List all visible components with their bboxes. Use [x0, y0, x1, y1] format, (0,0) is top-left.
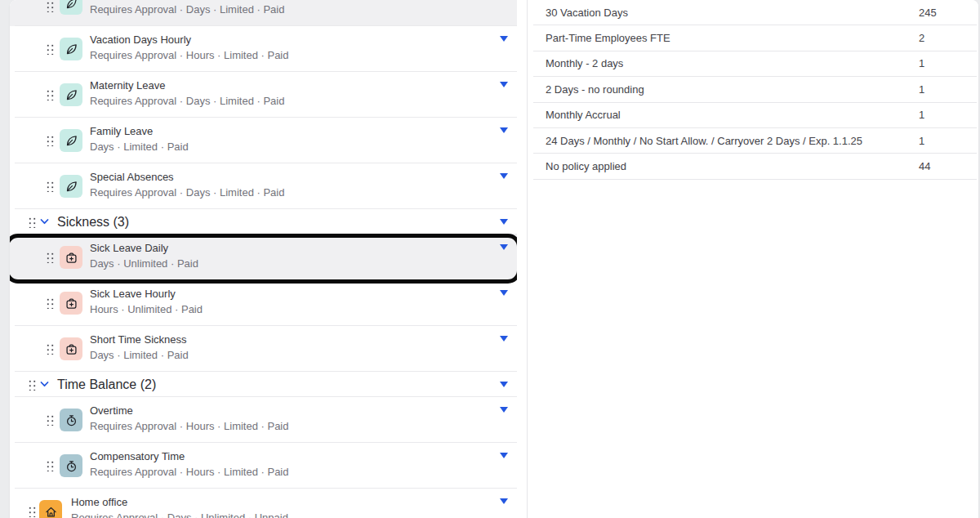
- policy-row[interactable]: 30 Vacation Days 245: [533, 0, 977, 25]
- leaf-icon: [60, 38, 82, 60]
- absence-row-vacation-days[interactable]: Vacation days Requires Approval · Days ·…: [10, 0, 517, 26]
- absence-attributes: Requires Approval · Days · Limited · Pai…: [90, 95, 284, 108]
- policy-name: 24 Days / Monthly / No Start Allow. / Ca…: [533, 135, 862, 147]
- policy-employee-count: 1: [919, 135, 924, 147]
- policy-row[interactable]: Part-Time Employees FTE 2: [533, 25, 977, 51]
- dropdown-arrow-icon[interactable]: [500, 219, 508, 225]
- absence-attributes: Days · Limited · Paid: [90, 141, 189, 154]
- drag-handle-icon[interactable]: [27, 505, 36, 517]
- drag-handle-icon[interactable]: [45, 251, 54, 263]
- drag-handle-icon[interactable]: [45, 413, 54, 426]
- first-aid-icon: [60, 337, 82, 360]
- absence-row-family-leave[interactable]: Family Leave Days · Limited · Paid: [10, 118, 517, 163]
- absence-row-sick-leave-hourly[interactable]: Sick Leave Hourly Hours · Unlimited · Pa…: [10, 280, 517, 326]
- stopwatch-icon: [60, 454, 82, 477]
- drag-handle-icon[interactable]: [45, 297, 54, 309]
- dropdown-arrow-icon[interactable]: [500, 336, 508, 342]
- absence-attributes: Days · Unlimited · Paid: [90, 257, 198, 270]
- dropdown-arrow-icon[interactable]: [500, 36, 508, 42]
- policy-employee-count: 44: [919, 160, 930, 172]
- absence-title: Short Time Sickness: [90, 333, 189, 346]
- policy-employee-count: 245: [919, 7, 937, 19]
- first-aid-icon: [60, 292, 82, 315]
- absence-settings-card: Vacation days Requires Approval · Days ·…: [10, 0, 978, 518]
- drag-handle-icon[interactable]: [45, 88, 54, 100]
- drag-handle-icon[interactable]: [45, 0, 54, 12]
- absence-attributes: Days · Limited · Paid: [90, 349, 189, 362]
- absence-attributes: Requires Approval · Hours · Limited · Pa…: [90, 420, 289, 433]
- dropdown-arrow-icon[interactable]: [500, 244, 508, 250]
- section-header-time-balance[interactable]: Time Balance (2): [10, 372, 517, 397]
- absence-title: Vacation Days Hourly: [90, 33, 289, 47]
- dropdown-arrow-icon[interactable]: [500, 407, 508, 413]
- absence-attributes: Hours · Unlimited · Paid: [90, 303, 203, 316]
- absence-row-vacation-days-hourly[interactable]: Vacation Days Hourly Requires Approval ·…: [10, 26, 517, 72]
- drag-handle-icon[interactable]: [45, 459, 54, 471]
- policy-row[interactable]: 2 Days - no rounding 1: [533, 77, 977, 102]
- policy-employee-count: 2: [919, 32, 924, 44]
- leaf-icon: [60, 0, 82, 15]
- absence-attributes: Requires Approval · Hours · Limited · Pa…: [90, 49, 289, 62]
- house-icon: [39, 500, 62, 518]
- section-title: Sickness (3): [57, 213, 129, 230]
- absence-row-overtime[interactable]: Overtime Requires Approval · Hours · Lim…: [10, 397, 517, 443]
- policy-name: Monthly - 2 days: [533, 57, 623, 69]
- policy-row[interactable]: No policy applied 44: [533, 154, 977, 179]
- chevron-down-icon[interactable]: [39, 379, 50, 390]
- drag-handle-icon[interactable]: [45, 42, 54, 55]
- dropdown-arrow-icon[interactable]: [500, 382, 508, 387]
- leaf-icon: [60, 83, 82, 106]
- dropdown-arrow-icon[interactable]: [500, 82, 508, 87]
- policy-name: Monthly Accrual: [533, 109, 621, 121]
- absence-title: Vacation days: [90, 0, 284, 1]
- policy-name: No policy applied: [533, 160, 626, 172]
- accrual-policy-table: 30 Vacation Days 245 Part-Time Employees…: [528, 0, 978, 518]
- leaf-icon: [60, 129, 82, 152]
- absence-attributes: Requires Approval · Hours · Limited · Pa…: [90, 466, 289, 479]
- leaf-icon: [60, 175, 82, 198]
- policy-row[interactable]: Monthly Accrual 1: [533, 103, 977, 128]
- absence-row-sick-leave-daily[interactable]: Sick Leave Daily Days · Unlimited · Paid: [10, 234, 517, 280]
- section-title: Time Balance (2): [57, 376, 156, 393]
- drag-handle-icon[interactable]: [45, 134, 54, 146]
- absence-row-short-time-sickness[interactable]: Short Time Sickness Days · Limited · Pai…: [10, 326, 517, 372]
- policy-row[interactable]: 24 Days / Monthly / No Start Allow. / Ca…: [533, 128, 977, 154]
- absence-title: Overtime: [90, 404, 289, 418]
- section-header-sickness[interactable]: Sickness (3): [10, 209, 517, 234]
- absence-title: Special Absences: [90, 171, 284, 184]
- absence-type-list: Vacation days Requires Approval · Days ·…: [10, 0, 517, 518]
- policy-row[interactable]: Monthly - 2 days 1: [533, 51, 977, 77]
- drag-handle-icon[interactable]: [45, 342, 54, 355]
- absence-row-home-office[interactable]: Home office Requires Approval · Days · U…: [10, 489, 517, 518]
- first-aid-icon: [60, 246, 82, 269]
- policy-name: 2 Days - no rounding: [533, 83, 644, 96]
- absence-attributes: Requires Approval · Days · Limited · Pai…: [90, 3, 284, 16]
- dropdown-arrow-icon[interactable]: [500, 498, 508, 504]
- policy-employee-count: 1: [919, 57, 924, 69]
- dropdown-arrow-icon[interactable]: [500, 173, 508, 179]
- absence-attributes: Requires Approval · Days · Limited · Pai…: [90, 186, 284, 199]
- absence-row-maternity-leave[interactable]: Maternity Leave Requires Approval · Days…: [10, 72, 517, 118]
- absence-attributes: Requires Approval · Days · Unlimited · U…: [71, 511, 288, 518]
- policy-employee-count: 1: [919, 83, 924, 96]
- absence-title: Family Leave: [90, 125, 189, 138]
- absence-title: Compensatory Time: [90, 450, 289, 463]
- policy-name: 30 Vacation Days: [533, 7, 628, 19]
- absence-title: Maternity Leave: [90, 79, 284, 92]
- dropdown-arrow-icon[interactable]: [500, 127, 508, 133]
- absence-row-special-absences[interactable]: Special Absences Requires Approval · Day…: [10, 163, 517, 209]
- absence-title: Home office: [71, 496, 288, 509]
- dropdown-arrow-icon[interactable]: [500, 453, 508, 458]
- drag-handle-icon[interactable]: [27, 378, 36, 391]
- drag-handle-icon[interactable]: [45, 180, 54, 192]
- dropdown-arrow-icon[interactable]: [500, 290, 508, 296]
- absence-title: Sick Leave Hourly: [90, 288, 203, 301]
- policy-name: Part-Time Employees FTE: [533, 32, 670, 44]
- policy-employee-count: 1: [919, 109, 924, 121]
- absence-title: Sick Leave Daily: [90, 242, 198, 255]
- chevron-down-icon[interactable]: [39, 217, 50, 227]
- drag-handle-icon[interactable]: [27, 216, 36, 228]
- absence-row-compensatory-time[interactable]: Compensatory Time Requires Approval · Ho…: [10, 443, 517, 489]
- stopwatch-icon: [60, 409, 82, 431]
